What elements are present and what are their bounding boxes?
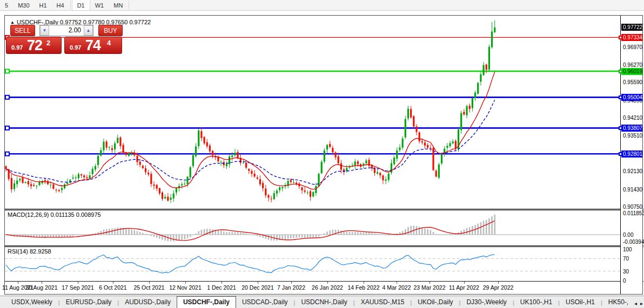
price-badge: 0.97722 [621,24,642,31]
tab-uk100-h1[interactable]: UK100-,H1 [514,297,558,308]
timeframe-toolbar: 5M30H1H4D1W1MN [0,0,644,11]
tab-scroll-right-icon[interactable]: ▸ [640,300,643,306]
date-tick-mark [291,282,292,284]
tab-usdx-weekly[interactable]: USDX,Weekly [5,297,58,308]
tab-eurusd-daily[interactable]: EURUSD-,Daily [60,297,118,308]
rsi-canvas [5,247,620,281]
macd-axis-label: 0.00 [623,232,633,238]
timeframe-button-h1[interactable]: H1 [35,0,52,10]
date-tick-mark [364,282,364,284]
buy-price-box[interactable]: 0.97 74 4 [64,37,122,54]
macd-pane[interactable]: MACD(12,26,9) 0.011135 0.008975 [5,210,620,245]
horizontal-level-line[interactable] [5,152,620,156]
date-label: 7 Jan 2022 [277,284,305,291]
price-tick-label: 0.96270 [623,62,642,68]
price-badge: 0.92801 [621,150,642,158]
collapse-arrow-icon[interactable]: ▲ [10,20,15,25]
tab-scroll-buttons: ◂ ▸ [631,300,643,306]
line-drag-handle[interactable] [619,95,622,99]
rsi-axis-label: 70 [623,256,629,262]
date-tick-mark [185,282,186,284]
price-tick-label: 0.94210 [623,115,642,121]
date-tick-mark [113,282,113,284]
date-label: 11 Apr 2022 [449,284,479,291]
date-label: 25 Oct 2021 [133,284,164,291]
tab-usoil-h1[interactable]: USOil-,H1 [560,297,601,308]
date-label: 6 Oct 2021 [99,284,126,291]
date-axis: 11 Aug 202130 Aug 202117 Sep 20216 Oct 2… [5,282,620,294]
ma-fast-line [6,72,495,189]
macd-axis-label: 0.011853 [623,210,644,216]
date-label: 1 Dec 2021 [207,284,236,291]
horizontal-level-line[interactable] [5,70,620,73]
price-tick-label: 0.93510 [623,133,642,139]
price-badge: 0.95004 [621,94,642,101]
tab-usdcad-daily[interactable]: USDCAD-,Daily [236,297,294,308]
line-drag-handle[interactable] [619,152,622,156]
volume-stepper: ▼ 2.00 ▲ [39,25,93,36]
date-label: 29 Apr 2022 [483,284,514,291]
date-tick-mark [78,282,78,284]
chart-window: ▲USDCHF-,Daily 0.97752 0.97780 0.97650 0… [4,15,643,295]
date-label: 26 Jan 2022 [312,284,343,291]
date-tick-mark [222,282,222,284]
macd-axis-label: -0.003944 [623,239,644,245]
sell-button[interactable]: SELL [10,25,35,36]
price-axis: 0.969700.962700.955900.948900.942100.935… [620,16,642,294]
volume-increase-icon[interactable]: ▲ [84,25,93,36]
date-label: 30 Aug 2021 [26,284,58,291]
horizontal-level-line[interactable] [5,126,620,130]
tab-scroll-left-icon[interactable]: ◂ [634,300,637,306]
tab-usdcnh-daily[interactable]: USDCNH-,Daily [295,297,353,308]
tab-hk50-[interactable]: HK50-, [602,297,634,308]
timeframe-button-w1[interactable]: W1 [90,0,109,10]
buy-price-big: 74 [85,37,100,54]
tab-dj30-weekly[interactable]: DJ30-,Weekly [460,297,512,308]
buy-price-prefix: 0.97 [70,44,81,51]
date-label: 12 Nov 2021 [169,284,202,291]
tab-xauusd-m15[interactable]: XAUUSD-,M15 [355,297,411,308]
buy-price-pip: 4 [107,39,111,47]
line-drag-handle[interactable] [619,36,622,39]
date-label: 4 Mar 2022 [382,284,411,291]
rsi-axis-label: 30 [623,269,629,275]
horizontal-level-line[interactable] [5,95,620,99]
rsi-pane[interactable]: RSI(14) 82.9258 [5,247,620,281]
timeframe-button-d1[interactable]: D1 [72,0,90,10]
macd-label: MACD(12,26,9) 0.011135 0.008975 [8,211,101,218]
date-label: 23 Mar 2022 [414,284,446,291]
toolbar-separator [129,1,129,9]
timeframe-button-h4[interactable]: H4 [52,0,69,10]
sell-price-pip: 2 [46,39,50,47]
sell-price-big: 72 [27,37,42,54]
sell-price-box[interactable]: 0.97 72 2 [6,37,62,54]
timeframe-button-5[interactable]: 5 [0,0,13,10]
date-label: 17 Sep 2021 [62,284,94,291]
rsi-axis-label: 0 [623,278,626,284]
rsi-axis-label: 100 [623,247,632,252]
date-tick-mark [397,282,397,284]
one-click-trade-panel: SELL ▼ 2.00 ▲ BUY 0.97 72 2 0.97 74 4 [6,25,123,54]
tab-audusd-daily[interactable]: AUDUSD-,Daily [119,297,177,308]
timeframe-button-mn[interactable]: MN [109,0,128,10]
line-drag-handle[interactable] [619,70,622,73]
date-tick-mark [149,282,150,284]
date-label: 14 Feb 2022 [348,284,380,291]
chart-tab-bar: USDX,Weekly|EURUSD-,Daily|AUDUSD-,DailyU… [0,296,644,308]
date-tick-mark [327,282,328,284]
tab-usdchf-daily[interactable]: USDCHF-,Daily [177,296,236,308]
date-tick-mark [258,282,258,284]
price-badge: 0.97334 [621,34,642,41]
price-tick-label: 0.91430 [623,187,642,193]
buy-button[interactable]: BUY [98,25,123,36]
timeframe-button-m30[interactable]: M30 [13,0,34,10]
price-tick-label: 0.90750 [623,204,642,210]
price-tick-label: 0.92130 [623,168,642,174]
volume-input[interactable]: 2.00 [49,25,84,36]
date-tick-mark [42,282,42,284]
date-tick-mark [430,282,430,284]
date-tick-mark [18,282,18,284]
tab-ukoil-daily[interactable]: UKOil-,Daily [412,297,459,308]
volume-decrease-icon[interactable]: ▼ [40,25,49,36]
line-drag-handle[interactable] [619,126,622,130]
